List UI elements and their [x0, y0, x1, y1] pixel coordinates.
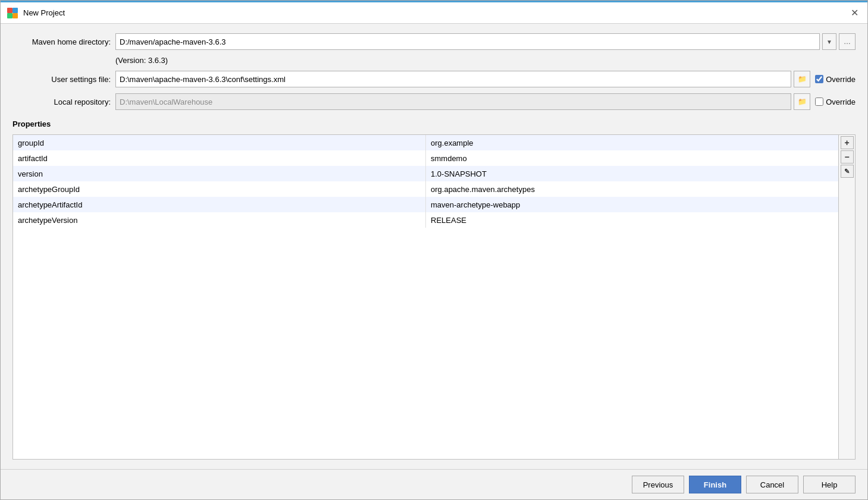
property-value: RELEASE	[426, 212, 839, 228]
properties-data-table: groupId org.example artifactId smmdemo v…	[13, 135, 838, 228]
maven-home-row: Maven home directory: ▼ …	[12, 33, 856, 50]
local-repo-override-label[interactable]: Override	[815, 98, 856, 106]
maven-version-text: (Version: 3.6.3)	[115, 56, 856, 65]
property-value: maven-archetype-webapp	[426, 197, 839, 212]
table-row[interactable]: archetypeGroupId org.apache.maven.archet…	[13, 181, 838, 197]
user-settings-input-wrapper: 📁	[115, 71, 810, 87]
table-sidebar: + − ✎	[838, 135, 855, 459]
svg-rect-0	[7, 8, 12, 13]
property-key: artifactId	[13, 150, 426, 166]
local-repo-row: Local repository: 📁 Override	[12, 93, 856, 110]
maven-home-input[interactable]	[115, 33, 820, 50]
content-area: Maven home directory: ▼ … (Version: 3.6.…	[1, 24, 867, 469]
local-repo-browse-btn[interactable]: 📁	[794, 93, 810, 110]
remove-property-button[interactable]: −	[841, 150, 854, 163]
table-row[interactable]: archetypeVersion RELEASE	[13, 212, 838, 228]
maven-home-input-wrapper: ▼ …	[115, 33, 856, 50]
property-key: groupId	[13, 135, 426, 150]
user-settings-override-checkbox[interactable]	[815, 75, 823, 83]
user-settings-input[interactable]	[115, 71, 791, 87]
close-button[interactable]: ✕	[847, 6, 861, 20]
table-row[interactable]: artifactId smmdemo	[13, 150, 838, 166]
user-settings-label: User settings file:	[12, 75, 111, 84]
property-value: 1.0-SNAPSHOT	[426, 166, 839, 181]
user-settings-override-label[interactable]: Override	[815, 75, 856, 84]
property-value: org.apache.maven.archetypes	[426, 181, 839, 197]
maven-home-label: Maven home directory:	[12, 37, 111, 46]
user-settings-browse-btn[interactable]: 📁	[794, 71, 810, 87]
table-row[interactable]: version 1.0-SNAPSHOT	[13, 166, 838, 181]
app-icon	[7, 7, 18, 19]
cancel-label: Cancel	[760, 480, 784, 489]
cancel-button[interactable]: Cancel	[746, 476, 798, 493]
user-settings-row: User settings file: 📁 Override	[12, 71, 856, 87]
help-label: Help	[822, 480, 838, 489]
maven-home-dropdown-btn[interactable]: ▼	[822, 33, 836, 50]
property-value: smmdemo	[426, 150, 839, 166]
new-project-dialog: New Project ✕ Maven home directory: ▼ … …	[0, 0, 868, 500]
local-repo-label: Local repository:	[12, 98, 111, 106]
title-bar: New Project ✕	[1, 2, 867, 24]
table-main: groupId org.example artifactId smmdemo v…	[13, 135, 838, 459]
table-row[interactable]: groupId org.example	[13, 135, 838, 150]
svg-rect-2	[7, 13, 12, 18]
table-row[interactable]: archetypeArtifactId maven-archetype-weba…	[13, 197, 838, 212]
property-key: archetypeGroupId	[13, 181, 426, 197]
title-bar-left: New Project	[7, 7, 65, 19]
property-key: archetypeVersion	[13, 212, 426, 228]
local-repo-input	[115, 93, 791, 110]
local-repo-override-checkbox[interactable]	[815, 98, 823, 106]
edit-property-button[interactable]: ✎	[841, 165, 854, 178]
help-button[interactable]: Help	[803, 476, 856, 493]
svg-rect-1	[12, 8, 18, 13]
finish-label: Finish	[704, 480, 726, 489]
maven-home-browse-btn[interactable]: …	[839, 33, 856, 50]
properties-table: groupId org.example artifactId smmdemo v…	[12, 134, 856, 460]
property-key: archetypeArtifactId	[13, 197, 426, 212]
local-repo-input-wrapper: 📁	[115, 93, 810, 110]
dialog-title: New Project	[23, 8, 65, 17]
previous-button[interactable]: Previous	[632, 476, 684, 493]
properties-section-label: Properties	[12, 120, 856, 128]
property-key: version	[13, 166, 426, 181]
user-settings-override-text: Override	[826, 75, 856, 84]
svg-rect-3	[12, 13, 18, 18]
finish-button[interactable]: Finish	[689, 476, 741, 493]
properties-tbody: groupId org.example artifactId smmdemo v…	[13, 135, 838, 228]
property-value: org.example	[426, 135, 839, 150]
previous-label: Previous	[643, 480, 673, 489]
add-property-button[interactable]: +	[841, 136, 854, 149]
footer: Previous Finish Cancel Help	[1, 469, 867, 499]
local-repo-override-text: Override	[826, 98, 856, 106]
